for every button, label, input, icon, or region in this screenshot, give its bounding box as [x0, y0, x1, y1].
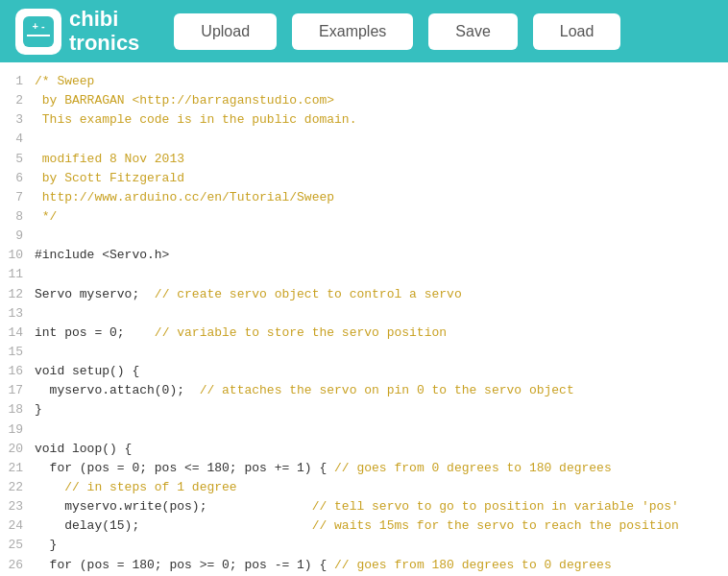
line-number: 18	[8, 400, 35, 420]
line-content: #include <Servo.h>	[35, 246, 169, 265]
code-line-18: 18}	[0, 400, 728, 420]
line-content: void loop() {	[35, 440, 132, 459]
line-content: myservo.write(pos); // tell servo to go …	[35, 497, 679, 516]
line-content: for (pos = 180; pos >= 0; pos -= 1) { //…	[35, 556, 612, 575]
line-number: 1	[8, 72, 35, 91]
line-content: }	[35, 536, 57, 555]
logo-top: chibi	[69, 8, 139, 31]
line-number: 13	[8, 304, 35, 324]
code-line-17: 17 myservo.attach(0); // attaches the se…	[0, 381, 728, 400]
line-number: 5	[8, 150, 35, 169]
save-button[interactable]: Save	[428, 13, 517, 50]
code-line-2: 2 by BARRAGAN <http://barraganstudio.com…	[0, 91, 728, 110]
line-number: 9	[8, 227, 35, 246]
line-number: 3	[8, 110, 35, 130]
code-line-25: 25 }	[0, 536, 728, 555]
line-number: 25	[8, 536, 35, 555]
line-content: }	[35, 400, 42, 420]
code-line-21: 21 for (pos = 0; pos <= 180; pos += 1) {…	[0, 459, 728, 478]
line-number: 19	[8, 420, 35, 440]
code-line-3: 3 This example code is in the public dom…	[0, 110, 728, 130]
svg-text:+  -: + -	[32, 20, 44, 32]
code-line-19: 19	[0, 420, 728, 440]
code-line-8: 8 */	[0, 207, 728, 227]
line-number: 21	[8, 459, 35, 478]
code-line-4: 4	[0, 130, 728, 149]
line-content: by BARRAGAN <http://barraganstudio.com>	[35, 91, 334, 110]
upload-button[interactable]: Upload	[174, 13, 277, 50]
code-line-1: 1/* Sweep	[0, 72, 728, 91]
logo-bottom: tronics	[69, 32, 139, 55]
line-content: for (pos = 0; pos <= 180; pos += 1) { //…	[35, 459, 612, 478]
line-number: 23	[8, 497, 35, 516]
line-content: // in steps of 1 degree	[35, 478, 237, 497]
line-content: delay(15); // waits 15ms for the servo t…	[35, 516, 679, 536]
line-number: 8	[8, 207, 35, 227]
line-content: myservo.attach(0); // attaches the servo…	[35, 381, 574, 400]
line-content: void setup() {	[35, 362, 139, 381]
logo-icon: + -	[15, 9, 61, 55]
code-line-23: 23 myservo.write(pos); // tell servo to …	[0, 497, 728, 516]
code-line-9: 9	[0, 227, 728, 246]
line-number: 26	[8, 556, 35, 575]
line-number: 14	[8, 324, 35, 343]
code-line-12: 12Servo myservo; // create servo object …	[0, 285, 728, 304]
load-button[interactable]: Load	[533, 13, 621, 50]
logo-area: + - chibi tronics	[15, 8, 139, 54]
line-content: int pos = 0; // variable to store the se…	[35, 324, 447, 343]
line-number: 7	[8, 188, 35, 207]
line-content: Servo myservo; // create servo object to…	[35, 285, 462, 304]
line-content: http://www.arduino.cc/en/Tutorial/Sweep	[35, 188, 334, 207]
code-line-15: 15	[0, 343, 728, 362]
examples-button[interactable]: Examples	[292, 13, 413, 50]
line-number: 15	[8, 343, 35, 362]
code-line-22: 22 // in steps of 1 degree	[0, 478, 728, 497]
code-line-6: 6 by Scott Fitzgerald	[0, 169, 728, 188]
header: + - chibi tronics Upload Examples Save L…	[0, 0, 728, 62]
logo-text: chibi tronics	[69, 8, 139, 54]
line-number: 4	[8, 130, 35, 149]
line-number: 2	[8, 91, 35, 110]
code-line-10: 10#include <Servo.h>	[0, 246, 728, 265]
code-line-26: 26 for (pos = 180; pos >= 0; pos -= 1) {…	[0, 556, 728, 575]
line-number: 11	[8, 265, 35, 284]
line-number: 16	[8, 362, 35, 381]
code-line-5: 5 modified 8 Nov 2013	[0, 150, 728, 169]
line-content: */	[35, 207, 57, 227]
line-number: 24	[8, 516, 35, 536]
line-content: modified 8 Nov 2013	[35, 150, 184, 169]
line-number: 6	[8, 169, 35, 188]
line-number: 22	[8, 478, 35, 497]
line-number: 20	[8, 440, 35, 459]
code-line-16: 16void setup() {	[0, 362, 728, 381]
code-line-14: 14int pos = 0; // variable to store the …	[0, 324, 728, 343]
code-line-7: 7 http://www.arduino.cc/en/Tutorial/Swee…	[0, 188, 728, 207]
line-content: This example code is in the public domai…	[35, 110, 356, 130]
code-line-24: 24 delay(15); // waits 15ms for the serv…	[0, 516, 728, 536]
code-editor[interactable]: 1/* Sweep2 by BARRAGAN <http://barragans…	[0, 62, 728, 576]
code-line-11: 11	[0, 265, 728, 284]
line-number: 17	[8, 381, 35, 400]
code-line-20: 20void loop() {	[0, 440, 728, 459]
line-number: 12	[8, 285, 35, 304]
line-number: 10	[8, 246, 35, 265]
line-content: /* Sweep	[35, 72, 94, 91]
line-content: by Scott Fitzgerald	[35, 169, 184, 188]
code-line-13: 13	[0, 304, 728, 324]
